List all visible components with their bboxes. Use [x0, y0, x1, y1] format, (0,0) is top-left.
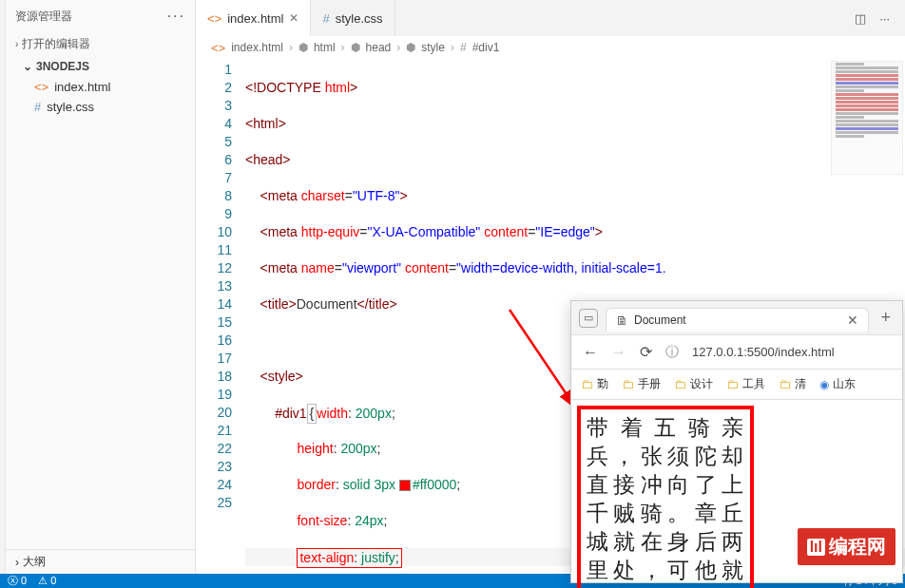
- html-file-icon: <>: [34, 80, 48, 94]
- window-icon[interactable]: ▭: [579, 309, 598, 328]
- chevron-right-icon: ›: [451, 41, 454, 54]
- address-text[interactable]: 127.0.0.1:5500/index.html: [692, 345, 835, 359]
- folder-root[interactable]: ⌄ 3NODEJS: [6, 56, 195, 77]
- editor-tabs: <> index.html ✕ # style.css ◫ ···: [196, 0, 905, 36]
- bookmark-item[interactable]: 🗀设计: [674, 376, 713, 392]
- more-icon[interactable]: ···: [167, 8, 185, 25]
- folder-icon: 🗀: [779, 377, 791, 391]
- folder-icon: 🗀: [726, 377, 739, 391]
- close-icon[interactable]: ✕: [847, 313, 858, 328]
- breadcrumb[interactable]: <> index.html › ⬢ html › ⬢ head › ⬢ styl…: [196, 36, 905, 59]
- globe-icon: ◉: [819, 378, 829, 391]
- html-file-icon: <>: [207, 11, 221, 26]
- warnings-badge[interactable]: ⚠ 0: [38, 575, 56, 587]
- logo-icon: lıl: [807, 539, 825, 556]
- more-icon[interactable]: ···: [879, 11, 890, 26]
- bookmark-item[interactable]: ◉山东: [819, 376, 856, 392]
- reload-button[interactable]: ⟳: [640, 343, 652, 361]
- bookmark-item[interactable]: 🗀勤: [581, 376, 608, 392]
- tab-label: style.css: [336, 11, 383, 26]
- site-info-icon[interactable]: ⓘ: [665, 344, 679, 361]
- tab-index[interactable]: <> index.html ✕: [196, 0, 311, 36]
- sidebar-header: 资源管理器 ···: [6, 0, 195, 32]
- folder-label: 3NODEJS: [36, 60, 89, 73]
- line-gutter: 1234567891011121314151617181920212223242…: [196, 59, 245, 574]
- chevron-right-icon: ›: [341, 41, 345, 54]
- close-icon[interactable]: ✕: [289, 11, 298, 25]
- tabs-actions: ◫ ···: [855, 0, 905, 36]
- logo-text: 编程网: [829, 534, 886, 560]
- tag-icon: ⬢: [406, 41, 415, 54]
- tab-label: index.html: [227, 11, 283, 26]
- chevron-right-icon: ›: [15, 556, 19, 569]
- browser-tabbar: ▭ 🗎 Document ✕ +: [571, 301, 902, 335]
- back-button[interactable]: ←: [583, 344, 598, 361]
- bc-item[interactable]: style: [421, 41, 445, 54]
- tag-icon: ⬢: [298, 41, 308, 54]
- open-editors-label: 打开的编辑器: [22, 36, 90, 52]
- folder-icon: 🗀: [581, 377, 593, 391]
- document-icon: 🗎: [616, 313, 628, 328]
- open-editors-section[interactable]: › 打开的编辑器: [6, 32, 195, 56]
- chevron-right-icon: ›: [15, 39, 18, 49]
- bc-item[interactable]: html: [314, 41, 336, 54]
- outline-label: 大纲: [23, 554, 46, 570]
- bc-item[interactable]: #div1: [472, 41, 500, 54]
- file-item-index[interactable]: <> index.html: [6, 77, 195, 97]
- file-label: index.html: [54, 80, 110, 94]
- tab-style[interactable]: # style.css: [311, 0, 395, 36]
- outline-section[interactable]: › 大纲: [6, 549, 195, 574]
- bookmarks-bar: 🗀勤 🗀手册 🗀设计 🗀工具 🗀清 ◉山东: [571, 370, 902, 400]
- chevron-right-icon: ›: [396, 41, 400, 54]
- watermark-logo: lıl 编程网: [798, 528, 895, 565]
- css-file-icon: #: [34, 100, 41, 114]
- chevron-right-icon: ›: [289, 41, 293, 54]
- sidebar-title: 资源管理器: [15, 9, 72, 25]
- bookmark-item[interactable]: 🗀清: [779, 376, 806, 392]
- tag-icon: ⬢: [351, 41, 360, 54]
- bookmark-item[interactable]: 🗀工具: [726, 376, 765, 392]
- file-label: style.css: [47, 100, 94, 114]
- sidebar: 资源管理器 ··· › 打开的编辑器 ⌄ 3NODEJS <> index.ht…: [6, 0, 196, 574]
- preview-div1: 带着五骑亲兵，张须陀却直接冲向了上千贼骑。章丘城就在身后两里处，可他就是这▇▇了…: [577, 406, 754, 588]
- forward-button[interactable]: →: [611, 344, 626, 361]
- split-editor-icon[interactable]: ◫: [855, 11, 866, 26]
- new-tab-button[interactable]: +: [876, 308, 895, 328]
- html-file-icon: <>: [211, 41, 225, 55]
- errors-badge[interactable]: ⓧ 0: [8, 574, 27, 588]
- browser-tab[interactable]: 🗎 Document ✕: [606, 308, 869, 332]
- id-icon: #: [460, 41, 467, 54]
- folder-icon: 🗀: [622, 377, 634, 391]
- minimap[interactable]: [831, 61, 903, 175]
- browser-toolbar: ← → ⟳ ⓘ 127.0.0.1:5500/index.html: [571, 335, 902, 370]
- css-file-icon: #: [322, 11, 329, 26]
- bc-item[interactable]: head: [366, 41, 392, 54]
- folder-icon: 🗀: [674, 377, 686, 391]
- tab-title: Document: [634, 313, 686, 327]
- chevron-down-icon: ⌄: [23, 60, 32, 73]
- bc-item[interactable]: index.html: [231, 41, 283, 54]
- file-item-style[interactable]: # style.css: [6, 97, 195, 117]
- bookmark-item[interactable]: 🗀手册: [622, 376, 661, 392]
- color-swatch-red[interactable]: [399, 480, 411, 491]
